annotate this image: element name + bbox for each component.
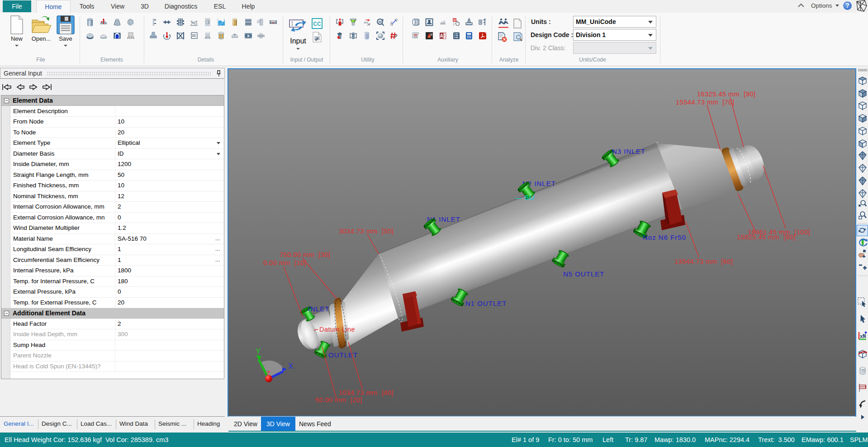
svg-text:0.00 mm [10]: 0.00 mm [10] (263, 259, 306, 266)
svg-text:Noz N6 Fr50: Noz N6 Fr50 (643, 233, 686, 241)
svg-text:50.00 mm [20]: 50.00 mm [20] (315, 396, 362, 404)
svg-text:N1 OUTLET: N1 OUTLET (465, 300, 507, 307)
svg-text:Y: Y (256, 347, 261, 356)
svg-text:Datum Line: Datum Line (319, 326, 355, 333)
svg-text:N5 OUTLET: N5 OUTLET (563, 270, 605, 278)
svg-text:CC: CC (313, 21, 321, 27)
svg-text:750.00 mm [30]: 750.00 mm [30] (280, 251, 330, 258)
svg-text:X: X (288, 362, 293, 371)
svg-text:16325.45 mm [90]: 16325.45 mm [90] (697, 90, 755, 98)
svg-text:13544.73 mm [60]: 13544.73 mm [60] (674, 258, 733, 265)
svg-text:A: A (440, 33, 443, 38)
svg-text:N3 INLET: N3 INLET (612, 147, 645, 155)
svg-text:20: 20 (378, 20, 382, 24)
svg-text:1034.73 mm [40]: 1034.73 mm [40] (339, 389, 394, 396)
svg-text:15544.73 mm [70]: 15544.73 mm [70] (676, 99, 734, 106)
svg-text:OUTLET: OUTLET (328, 351, 358, 359)
svg-text:16361.45 mm [100]: 16361.45 mm [100] (748, 228, 810, 236)
svg-text:INLET: INLET (308, 305, 330, 313)
svg-text:3034.73 mm [50]: 3034.73 mm [50] (339, 228, 394, 235)
svg-text:Z: Z (266, 369, 270, 377)
svg-text:— SU: — SU (515, 194, 535, 201)
